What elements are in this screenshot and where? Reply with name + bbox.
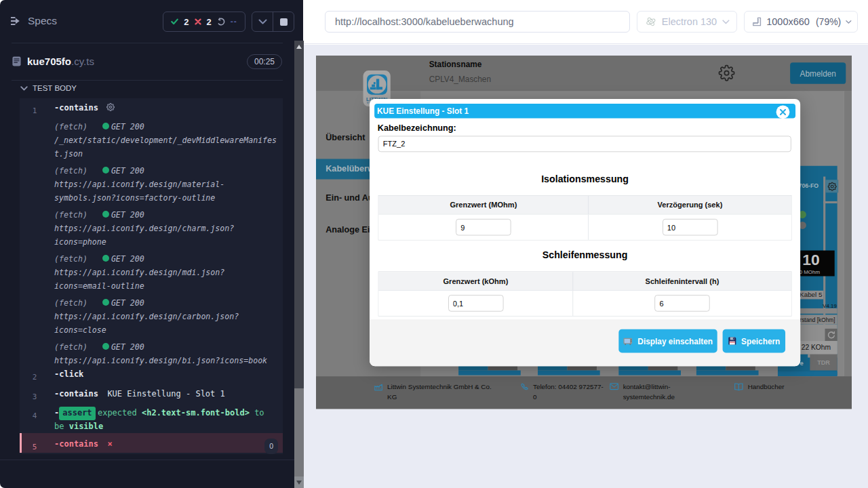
app-header: Stationsname CPLV4_Maschen Abmelden (316, 56, 852, 91)
column-header: Grenzwert (MOhm) (378, 196, 589, 214)
fetch-log-entry[interactable]: (fetch)GET 200 ​https://api.iconify.desi… (54, 164, 277, 205)
modal-header: KUE Einstellung - Slot 1 (374, 104, 795, 118)
fetch-log-entry[interactable]: (fetch)GET 200 ​/_next/static/developmen… (54, 120, 277, 161)
slot-card-edge (778, 371, 837, 376)
spec-title[interactable]: kue705fo.cy.ts (12, 56, 94, 67)
test-body-toggle[interactable]: TEST BODY (20, 84, 77, 92)
specs-label: Specs (28, 15, 57, 27)
command-name: -contains (54, 389, 98, 399)
floppy-disk-icon (728, 337, 736, 346)
cable-name-input[interactable] (378, 136, 791, 152)
spec-duration-badge: 00:25 (247, 54, 282, 69)
modal-title: KUE Einstellung - Slot 1 (377, 106, 469, 115)
passed-count: 2 (184, 17, 189, 27)
lcd-value: 10 (802, 251, 819, 268)
isolation-table: Grenzwert (MOhm) Verzögerung (sek) (378, 195, 792, 240)
isolation-delay-input[interactable] (663, 219, 717, 235)
footer-contact-text: Telefon: 04402 972577-0 (533, 382, 605, 403)
refresh-button[interactable] (825, 329, 837, 341)
slot-gear-icon[interactable] (825, 180, 838, 192)
divider (12, 80, 283, 81)
save-button[interactable]: Speichern (723, 329, 785, 353)
command-name: - (54, 408, 59, 418)
display-on-button[interactable]: Display einschalten (618, 329, 717, 353)
fetch-method-status: GET 200 (111, 210, 144, 220)
footer-contact-item[interactable]: Handbücher (734, 382, 809, 393)
loop-interval-input[interactable] (654, 295, 709, 311)
specs-list-icon (11, 16, 21, 26)
failed-icon (195, 18, 201, 25)
command-message: KUE Einstellung - Slot 1 (107, 389, 224, 399)
divider (12, 43, 283, 43)
chevron-down-icon (846, 20, 852, 24)
command-row-assert[interactable]: 4 -assert expected <h2.text-sm.font-bold… (20, 404, 283, 433)
loop-heading: Schleifenmessung (370, 250, 800, 262)
element-count-badge: 0 (264, 439, 278, 454)
email-icon (610, 383, 618, 403)
command-number: 4 (20, 409, 50, 422)
browser-selector[interactable]: Electron 130 (637, 11, 737, 33)
fetch-log-entry[interactable]: (fetch)GET 200 ​https://api.iconify.desi… (54, 340, 277, 367)
fetch-url: ​https://api.iconify.design/mdi.json?​ic… (54, 268, 224, 291)
footer-contact-text: Handbücher (748, 382, 785, 393)
kue-app: Stationsname CPLV4_Maschen Abmelden LITT… (316, 56, 852, 409)
isolation-heading: Isolationsmessung (370, 174, 800, 186)
footer-contact-text: Littwin Systemtechnik GmbH & Co. KG (387, 382, 496, 403)
status-ok-dot-icon (102, 211, 109, 218)
viewport-selector[interactable]: 1000x660 (79%) (744, 11, 858, 33)
app-page-scrollbar[interactable] (844, 91, 852, 376)
fetch-log-entry[interactable]: (fetch)GET 200 ​https://api.iconify.desi… (54, 296, 277, 337)
fetch-method-status: GET 200 (111, 254, 144, 264)
refresh-icon (827, 331, 835, 339)
command-row-contains-failed[interactable]: 5 -contains × 0 (20, 433, 283, 453)
fail-x-mark: × (107, 439, 112, 449)
url-input[interactable]: http://localhost:3000/kabelueberwachung (325, 11, 630, 33)
scroll-up-arrow-icon[interactable] (296, 45, 302, 49)
loop-limit-input[interactable] (448, 295, 503, 311)
column-header: Verzögerung (sek) (589, 196, 791, 214)
loop-table: Grenzwert (kOhm) Schleifenintervall (h) (378, 271, 792, 316)
logout-button[interactable]: Abmelden (790, 62, 846, 84)
fetch-label: (fetch) (54, 166, 87, 176)
pending-count: -- (231, 17, 237, 26)
status-ok-dot-icon (102, 299, 109, 306)
tdr-button[interactable]: TDR (810, 354, 837, 371)
spec-name: kue705fo (27, 56, 71, 67)
divider (0, 460, 294, 460)
collapse-tests-button[interactable] (252, 12, 273, 31)
fetch-log-entry[interactable]: (fetch)GET 200 ​https://api.iconify.desi… (54, 208, 277, 249)
close-x-icon (779, 108, 786, 115)
passed-icon (171, 18, 178, 25)
scroll-down-button[interactable] (294, 476, 304, 488)
scrollbar-thumb[interactable] (294, 388, 304, 476)
modal-close-button[interactable] (776, 105, 790, 119)
fetch-log-entry[interactable]: (fetch)GET 200 ​https://api.iconify.desi… (54, 252, 277, 293)
command-name: -click (54, 369, 83, 379)
command-row-click[interactable]: 2 -click (20, 367, 283, 384)
specs-menu-button[interactable]: Specs (11, 15, 57, 27)
cypress-reporter-panel: Specs 2 2 -- kue705fo.cy.ts 00:25 TEST B… (0, 0, 303, 488)
run-controls (252, 12, 294, 32)
slot-card-edge (696, 371, 759, 375)
assert-selector: <h2.text-sm.font-bold> (142, 408, 250, 418)
status-ok-dot-icon (102, 255, 109, 262)
chevron-down-icon (258, 19, 267, 24)
chevron-down-icon (722, 20, 730, 24)
logo-square (367, 75, 387, 95)
reporter-scrollbar[interactable] (294, 41, 304, 488)
logo-circle-icon (368, 75, 387, 94)
settings-gear-icon[interactable] (718, 64, 734, 83)
stop-tests-button[interactable] (273, 12, 294, 31)
isolation-limit-input[interactable] (456, 219, 511, 235)
command-row-contains-3[interactable]: 3 -contains KUE Einstellung - Slot 1 (20, 384, 283, 404)
status-ok-dot-icon (102, 343, 109, 350)
display-on-label: Display einschalten (637, 336, 713, 345)
book-icon (734, 383, 743, 393)
save-label: Speichern (741, 336, 780, 345)
viewport-zoom: (79%) (816, 16, 841, 27)
test-body-label: TEST BODY (33, 84, 77, 92)
failed-count: 2 (207, 17, 212, 27)
command-row-contains-1[interactable]: 1 -contains (fetch)GET 200 ​/_next/stati… (20, 98, 283, 367)
fetch-log-list: (fetch)GET 200 ​/_next/static/developmen… (54, 120, 277, 367)
fetch-label: (fetch) (54, 122, 87, 131)
